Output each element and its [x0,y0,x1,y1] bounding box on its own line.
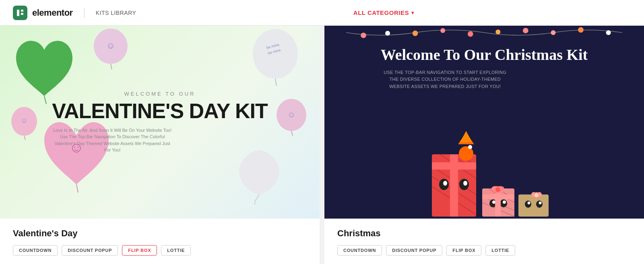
svg-point-22 [413,31,418,36]
logo-area: elementor KITS LIBRARY [13,6,136,20]
svg-line-14 [275,79,277,86]
christmas-kit-subtitle: Use The Top-Bar Navigation To Start Expl… [381,69,510,90]
svg-point-63 [536,201,543,208]
svg-rect-42 [432,162,476,170]
header-divider [84,8,85,18]
svg-point-64 [528,202,530,205]
svg-point-40 [463,181,467,186]
svg-rect-2 [21,10,23,12]
valentine-kit-title: VALENTINE'S DAY KIT [52,100,268,122]
svg-text:☺: ☺ [21,117,28,125]
valentine-welcome-text: WELCOME TO OUR [52,91,268,97]
valentine-card-footer: Valentine's Day COUNTDOWN DISCOUNT POPUP… [0,219,320,264]
elementor-logo-icon [13,6,27,20]
valentine-kit-subtitle: Love Is In The Air. And Soon It Will Be … [52,127,173,153]
svg-point-27 [551,30,555,35]
all-categories-button[interactable]: ALL CATEGORIES ▾ [353,9,414,16]
pink-balloon-left: ☺ [10,106,38,140]
svg-line-19 [291,131,293,136]
svg-text:☺: ☺ [287,110,295,119]
svg-rect-61 [518,194,549,217]
tag-countdown-valentine[interactable]: COUNTDOWN [13,245,58,256]
svg-line-10 [111,64,112,70]
white-balloon-top-right: be mine, be mine. [251,28,299,88]
svg-point-55 [503,201,506,204]
svg-point-21 [385,31,390,36]
kits-library-label: KITS LIBRARY [96,10,136,16]
svg-point-39 [443,181,447,186]
valentine-background: ☺ ☺ be mine, be mine. [0,26,320,219]
header: elementor KITS LIBRARY ALL CATEGORIES ▾ [0,0,644,26]
christmas-card-footer: Christmas COUNTDOWN DISCOUNT POPUP FLIP … [324,219,644,264]
svg-point-46 [468,145,472,149]
header-center: ALL CATEGORIES ▾ [136,9,631,16]
tag-countdown-christmas[interactable]: COUNTDOWN [337,245,382,256]
christmas-card: Welcome To Our Christmas Kit Use The Top… [324,26,644,264]
svg-line-16 [76,184,78,192]
svg-rect-3 [21,13,23,15]
tag-lottie-christmas[interactable]: LOTTIE [485,245,515,256]
valentine-tags: COUNTDOWN DISCOUNT POPUP FLIP BOX LOTTIE [13,245,307,256]
svg-point-69 [535,193,539,197]
svg-point-54 [492,201,495,204]
svg-point-29 [606,30,611,35]
christmas-background: Welcome To Our Christmas Kit Use The Top… [324,26,644,219]
pink-balloon-right: ☺ [275,98,308,136]
svg-line-7 [24,136,25,140]
svg-marker-45 [460,131,472,142]
christmas-gifts [400,114,569,219]
main-content: ☺ ☺ be mine, be mine. [0,26,644,264]
christmas-tags: COUNTDOWN DISCOUNT POPUP FLIP BOX LOTTIE [337,245,631,256]
christmas-card-image[interactable]: Welcome To Our Christmas Kit Use The Top… [324,26,644,219]
svg-point-11 [253,29,298,79]
tag-lottie-valentine[interactable]: LOTTIE [161,245,191,256]
tag-flip-box-valentine[interactable]: FLIP BOX [122,245,157,256]
tag-flip-box-christmas[interactable]: FLIP BOX [446,245,481,256]
tag-discount-popup-valentine[interactable]: DISCOUNT POPUP [62,245,118,256]
tag-discount-popup-christmas[interactable]: DISCOUNT POPUP [386,245,442,256]
svg-rect-0 [13,6,27,20]
valentine-text-content: WELCOME TO OUR VALENTINE'S DAY KIT Love … [52,91,268,153]
svg-point-60 [495,187,500,192]
christmas-kit-title: Welcome To Our Christmas Kit [381,46,588,64]
svg-point-25 [495,29,500,34]
all-categories-label: ALL CATEGORIES [353,9,409,16]
svg-point-65 [539,202,542,205]
svg-point-28 [578,27,584,33]
dropdown-arrow-icon: ▾ [411,10,414,16]
valentine-card-image[interactable]: ☺ ☺ be mine, be mine. [0,26,320,219]
valentine-card: ☺ ☺ be mine, be mine. [0,26,320,264]
svg-line-4 [44,96,46,104]
christmas-card-name: Christmas [337,228,631,239]
svg-text:☺: ☺ [106,41,115,51]
christmas-text-content: Welcome To Our Christmas Kit Use The Top… [381,46,588,90]
brand-name: elementor [32,8,73,18]
svg-point-23 [440,28,445,33]
pink-balloon-top: ☺ [93,28,129,70]
svg-point-62 [525,201,531,208]
svg-point-26 [523,28,528,33]
svg-point-20 [361,33,366,38]
svg-rect-57 [482,194,514,199]
svg-rect-1 [17,10,19,16]
valentine-card-name: Valentine's Day [13,228,307,239]
svg-point-24 [468,31,473,37]
